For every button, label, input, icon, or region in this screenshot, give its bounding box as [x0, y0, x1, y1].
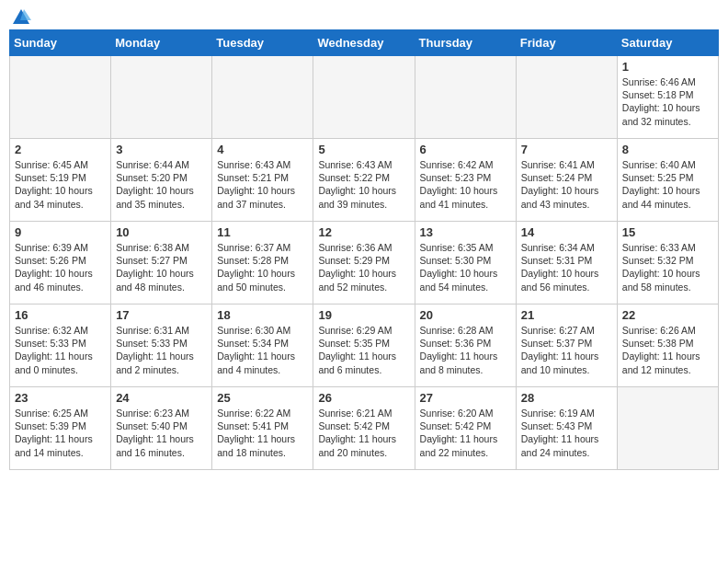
day-info: Sunrise: 6:25 AM Sunset: 5:39 PM Dayligh… [15, 407, 106, 459]
day-info: Sunrise: 6:37 AM Sunset: 5:28 PM Dayligh… [217, 241, 308, 293]
day-number: 17 [116, 308, 207, 322]
day-info: Sunrise: 6:43 AM Sunset: 5:22 PM Dayligh… [318, 158, 409, 211]
calendar-cell: 22Sunrise: 6:26 AM Sunset: 5:38 PM Dayli… [617, 304, 718, 387]
day-info: Sunrise: 6:45 AM Sunset: 5:19 PM Dayligh… [15, 158, 106, 211]
calendar-cell: 2Sunrise: 6:45 AM Sunset: 5:19 PM Daylig… [10, 139, 111, 222]
day-info: Sunrise: 6:35 AM Sunset: 5:30 PM Dayligh… [420, 241, 511, 293]
calendar-cell: 6Sunrise: 6:42 AM Sunset: 5:23 PM Daylig… [415, 139, 516, 222]
day-info: Sunrise: 6:34 AM Sunset: 5:31 PM Dayligh… [521, 241, 612, 293]
calendar-cell [617, 387, 718, 470]
day-info: Sunrise: 6:29 AM Sunset: 5:35 PM Dayligh… [318, 324, 409, 376]
calendar-week-0: 1Sunrise: 6:46 AM Sunset: 5:18 PM Daylig… [10, 56, 719, 139]
weekday-header-friday: Friday [516, 30, 617, 56]
day-number: 6 [420, 143, 511, 156]
day-number: 7 [521, 143, 612, 156]
day-number: 16 [15, 308, 106, 322]
day-number: 10 [116, 225, 207, 239]
day-number: 12 [318, 225, 409, 239]
calendar-cell [516, 56, 617, 139]
day-info: Sunrise: 6:31 AM Sunset: 5:33 PM Dayligh… [116, 324, 207, 376]
day-info: Sunrise: 6:20 AM Sunset: 5:42 PM Dayligh… [420, 407, 511, 459]
calendar-cell: 13Sunrise: 6:35 AM Sunset: 5:30 PM Dayli… [415, 222, 516, 304]
calendar-cell: 15Sunrise: 6:33 AM Sunset: 5:32 PM Dayli… [617, 222, 718, 304]
calendar-cell: 9Sunrise: 6:39 AM Sunset: 5:26 PM Daylig… [10, 222, 111, 304]
calendar-cell: 1Sunrise: 6:46 AM Sunset: 5:18 PM Daylig… [617, 56, 718, 139]
day-info: Sunrise: 6:38 AM Sunset: 5:27 PM Dayligh… [116, 241, 207, 293]
day-number: 27 [420, 391, 511, 405]
calendar-cell: 5Sunrise: 6:43 AM Sunset: 5:22 PM Daylig… [313, 139, 415, 222]
day-info: Sunrise: 6:33 AM Sunset: 5:32 PM Dayligh… [622, 241, 713, 293]
calendar-cell: 7Sunrise: 6:41 AM Sunset: 5:24 PM Daylig… [516, 139, 617, 222]
day-info: Sunrise: 6:26 AM Sunset: 5:38 PM Dayligh… [622, 324, 713, 376]
day-info: Sunrise: 6:42 AM Sunset: 5:23 PM Dayligh… [420, 158, 511, 211]
day-info: Sunrise: 6:41 AM Sunset: 5:24 PM Dayligh… [521, 158, 612, 211]
calendar-cell: 10Sunrise: 6:38 AM Sunset: 5:27 PM Dayli… [111, 222, 212, 304]
calendar-week-2: 9Sunrise: 6:39 AM Sunset: 5:26 PM Daylig… [10, 222, 719, 304]
day-number: 24 [116, 391, 207, 405]
day-info: Sunrise: 6:28 AM Sunset: 5:36 PM Dayligh… [420, 324, 511, 376]
day-number: 2 [15, 143, 106, 156]
day-info: Sunrise: 6:23 AM Sunset: 5:40 PM Dayligh… [116, 407, 207, 459]
calendar-cell: 11Sunrise: 6:37 AM Sunset: 5:28 PM Dayli… [212, 222, 313, 304]
day-info: Sunrise: 6:39 AM Sunset: 5:26 PM Dayligh… [15, 241, 106, 293]
calendar-cell: 16Sunrise: 6:32 AM Sunset: 5:33 PM Dayli… [10, 304, 111, 387]
day-number: 9 [15, 225, 106, 239]
day-number: 25 [217, 391, 308, 405]
day-number: 28 [521, 391, 612, 405]
day-info: Sunrise: 6:43 AM Sunset: 5:21 PM Dayligh… [217, 158, 308, 211]
day-number: 18 [217, 308, 308, 322]
day-number: 20 [420, 308, 511, 322]
calendar-cell [415, 56, 516, 139]
day-info: Sunrise: 6:40 AM Sunset: 5:25 PM Dayligh… [622, 158, 713, 211]
calendar-cell: 28Sunrise: 6:19 AM Sunset: 5:43 PM Dayli… [516, 387, 617, 470]
weekday-header-wednesday: Wednesday [313, 30, 415, 56]
day-number: 1 [622, 60, 713, 74]
day-info: Sunrise: 6:22 AM Sunset: 5:41 PM Dayligh… [217, 407, 308, 459]
calendar-cell: 25Sunrise: 6:22 AM Sunset: 5:41 PM Dayli… [212, 387, 313, 470]
calendar-cell: 18Sunrise: 6:30 AM Sunset: 5:34 PM Dayli… [212, 304, 313, 387]
day-info: Sunrise: 6:36 AM Sunset: 5:29 PM Dayligh… [318, 241, 409, 293]
day-number: 15 [622, 225, 713, 239]
calendar-cell: 21Sunrise: 6:27 AM Sunset: 5:37 PM Dayli… [516, 304, 617, 387]
day-number: 13 [420, 225, 511, 239]
calendar-cell: 26Sunrise: 6:21 AM Sunset: 5:42 PM Dayli… [313, 387, 415, 470]
calendar-cell: 24Sunrise: 6:23 AM Sunset: 5:40 PM Dayli… [111, 387, 212, 470]
calendar-cell: 19Sunrise: 6:29 AM Sunset: 5:35 PM Dayli… [313, 304, 415, 387]
day-info: Sunrise: 6:21 AM Sunset: 5:42 PM Dayligh… [318, 407, 409, 459]
weekday-header-sunday: Sunday [10, 30, 111, 56]
day-info: Sunrise: 6:46 AM Sunset: 5:18 PM Dayligh… [622, 75, 713, 128]
logo [9, 9, 31, 22]
calendar-cell [10, 56, 111, 139]
day-number: 4 [217, 143, 308, 156]
weekday-header-monday: Monday [111, 30, 212, 56]
calendar-cell [313, 56, 415, 139]
calendar-table: SundayMondayTuesdayWednesdayThursdayFrid… [9, 29, 719, 470]
day-info: Sunrise: 6:27 AM Sunset: 5:37 PM Dayligh… [521, 324, 612, 376]
calendar-week-3: 16Sunrise: 6:32 AM Sunset: 5:33 PM Dayli… [10, 304, 719, 387]
calendar-week-1: 2Sunrise: 6:45 AM Sunset: 5:19 PM Daylig… [10, 139, 719, 222]
day-number: 23 [15, 391, 106, 405]
day-info: Sunrise: 6:32 AM Sunset: 5:33 PM Dayligh… [15, 324, 106, 376]
calendar-week-4: 23Sunrise: 6:25 AM Sunset: 5:39 PM Dayli… [10, 387, 719, 470]
day-info: Sunrise: 6:44 AM Sunset: 5:20 PM Dayligh… [116, 158, 207, 211]
day-number: 22 [622, 308, 713, 322]
weekday-header-tuesday: Tuesday [212, 30, 313, 56]
calendar-cell: 12Sunrise: 6:36 AM Sunset: 5:29 PM Dayli… [313, 222, 415, 304]
day-info: Sunrise: 6:30 AM Sunset: 5:34 PM Dayligh… [217, 324, 308, 376]
page-header [9, 9, 719, 22]
calendar-cell [111, 56, 212, 139]
day-number: 14 [521, 225, 612, 239]
calendar-cell: 14Sunrise: 6:34 AM Sunset: 5:31 PM Dayli… [516, 222, 617, 304]
calendar-cell: 4Sunrise: 6:43 AM Sunset: 5:21 PM Daylig… [212, 139, 313, 222]
weekday-header-row: SundayMondayTuesdayWednesdayThursdayFrid… [10, 30, 719, 56]
calendar-cell: 20Sunrise: 6:28 AM Sunset: 5:36 PM Dayli… [415, 304, 516, 387]
day-info: Sunrise: 6:19 AM Sunset: 5:43 PM Dayligh… [521, 407, 612, 459]
weekday-header-thursday: Thursday [415, 30, 516, 56]
calendar-cell: 3Sunrise: 6:44 AM Sunset: 5:20 PM Daylig… [111, 139, 212, 222]
calendar-cell: 8Sunrise: 6:40 AM Sunset: 5:25 PM Daylig… [617, 139, 718, 222]
day-number: 19 [318, 308, 409, 322]
weekday-header-saturday: Saturday [617, 30, 718, 56]
day-number: 21 [521, 308, 612, 322]
day-number: 11 [217, 225, 308, 239]
day-number: 5 [318, 143, 409, 156]
